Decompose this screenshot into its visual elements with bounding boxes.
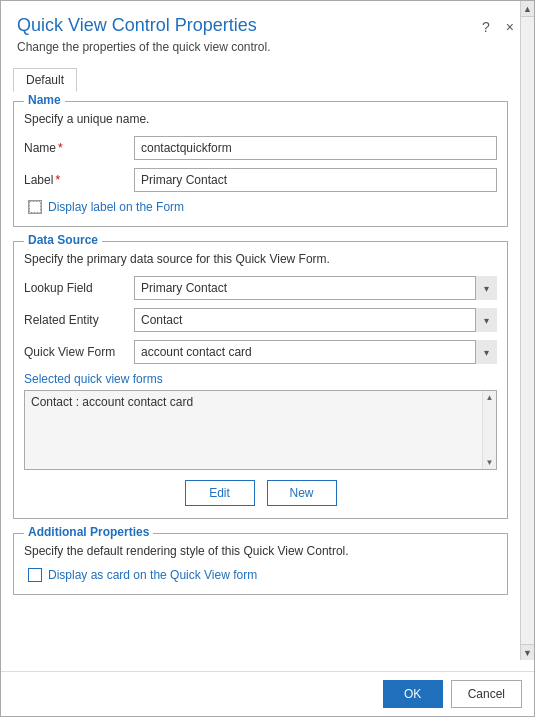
additional-section-content: Specify the default rendering style of t…: [24, 534, 497, 582]
dialog-body: Default Name Specify a unique name. Name…: [1, 60, 534, 671]
label-required-star: *: [55, 173, 60, 187]
dialog-title-area: Quick View Control Properties Change the…: [17, 15, 478, 54]
name-label: Name*: [24, 141, 134, 155]
data-source-section: Data Source Specify the primary data sou…: [13, 241, 508, 519]
related-entity-select-wrapper: Contact ▾: [134, 308, 497, 332]
name-row: Name*: [24, 136, 497, 160]
label-input[interactable]: [134, 168, 497, 192]
additional-section: Additional Properties Specify the defaul…: [13, 533, 508, 595]
help-button[interactable]: ?: [478, 17, 494, 37]
edit-button[interactable]: Edit: [185, 480, 255, 506]
dialog-subtitle: Change the properties of the quick view …: [17, 40, 478, 54]
cancel-button[interactable]: Cancel: [451, 680, 522, 708]
related-entity-row: Related Entity Contact ▾: [24, 308, 497, 332]
display-as-card-wrapper[interactable]: Display as card on the Quick View form: [28, 568, 257, 582]
quick-view-form-select-wrapper: account contact card ▾: [134, 340, 497, 364]
dialog-header-icons: ? ×: [478, 17, 518, 37]
name-section: Name Specify a unique name. Name* Label*: [13, 101, 508, 227]
data-source-legend: Data Source: [24, 233, 102, 247]
dialog-footer: OK Cancel: [1, 671, 534, 716]
outer-scrollbar: ▲ ▼: [520, 1, 534, 660]
additional-section-legend: Additional Properties: [24, 525, 153, 539]
dialog-container: Quick View Control Properties Change the…: [0, 0, 535, 717]
quick-view-form-label: Quick View Form: [24, 345, 134, 359]
display-label-text: Display label on the Form: [48, 200, 184, 214]
scroll-up-icon[interactable]: ▲: [521, 1, 534, 17]
selected-forms-box: Contact : account contact card ▲ ▼: [24, 390, 497, 470]
ok-button[interactable]: OK: [383, 680, 443, 708]
data-source-content: Specify the primary data source for this…: [24, 242, 497, 506]
checkbox-icon: [29, 201, 41, 213]
selected-forms-scrollbar: ▲ ▼: [482, 391, 496, 469]
lookup-field-select-wrapper: Primary Contact ▾: [134, 276, 497, 300]
close-button[interactable]: ×: [502, 17, 518, 37]
related-entity-select[interactable]: Contact: [134, 308, 497, 332]
display-as-card-label: Display as card on the Quick View form: [48, 568, 257, 582]
name-section-description: Specify a unique name.: [24, 112, 497, 126]
display-label-checkbox-wrapper[interactable]: Display label on the Form: [28, 200, 184, 214]
additional-section-description: Specify the default rendering style of t…: [24, 544, 497, 558]
new-button[interactable]: New: [267, 480, 337, 506]
label-row: Label*: [24, 168, 497, 192]
display-as-card-row: Display as card on the Quick View form: [28, 568, 497, 582]
name-section-content: Specify a unique name. Name* Label*: [24, 102, 497, 214]
tab-bar: Default: [13, 68, 508, 91]
label-label: Label*: [24, 173, 134, 187]
tab-default[interactable]: Default: [13, 68, 77, 92]
edit-new-row: Edit New: [24, 480, 497, 506]
quick-view-form-row: Quick View Form account contact card ▾: [24, 340, 497, 364]
display-label-row: Display label on the Form: [28, 200, 497, 214]
selected-forms-scroll-down-icon[interactable]: ▼: [486, 458, 494, 467]
name-section-legend: Name: [24, 93, 65, 107]
name-required-star: *: [58, 141, 63, 155]
data-source-description: Specify the primary data source for this…: [24, 252, 497, 266]
selected-forms-label: Selected quick view forms: [24, 372, 497, 386]
lookup-field-select[interactable]: Primary Contact: [134, 276, 497, 300]
scroll-down-icon[interactable]: ▼: [521, 644, 534, 660]
display-as-card-checkbox: [28, 568, 42, 582]
lookup-field-row: Lookup Field Primary Contact ▾: [24, 276, 497, 300]
svg-rect-0: [30, 202, 41, 213]
display-label-checkbox-box: [28, 200, 42, 214]
name-input[interactable]: [134, 136, 497, 160]
dialog-title: Quick View Control Properties: [17, 15, 478, 36]
related-entity-label: Related Entity: [24, 313, 134, 327]
quick-view-form-select[interactable]: account contact card: [134, 340, 497, 364]
selected-forms-item: Contact : account contact card: [25, 391, 496, 413]
selected-forms-scroll-up-icon[interactable]: ▲: [486, 393, 494, 402]
lookup-field-label: Lookup Field: [24, 281, 134, 295]
dialog-header: Quick View Control Properties Change the…: [1, 1, 534, 60]
